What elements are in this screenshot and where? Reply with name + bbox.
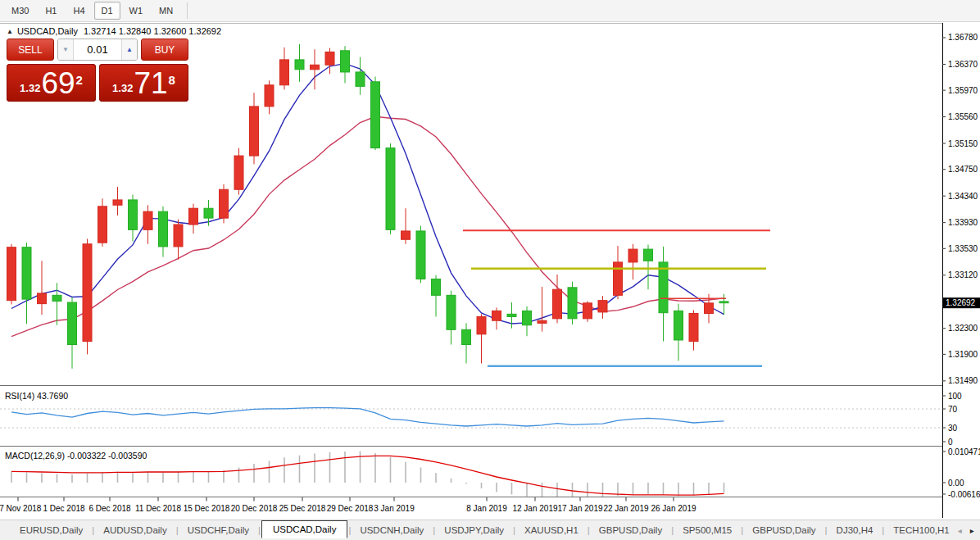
tab-gbpusd-daily[interactable]: GBPUSD,Daily	[591, 522, 670, 538]
candle-body	[174, 225, 183, 247]
macd-axis-label: 0.00	[948, 479, 964, 488]
candle-body	[659, 262, 668, 313]
date-axis-label: 3 Jan 2019	[374, 504, 415, 513]
candle-body	[22, 247, 31, 299]
price-axis-label: 1.33120	[948, 270, 978, 279]
price-axis-label: 1.35560	[948, 112, 978, 121]
timeframe-button-h1[interactable]: H1	[38, 2, 64, 20]
candle-body	[220, 189, 229, 218]
candle-body	[83, 244, 92, 342]
date-axis-label: 20 Dec 2018	[231, 504, 278, 513]
candle-body	[38, 293, 47, 304]
buy-button[interactable]: BUY	[141, 39, 188, 61]
candle-body	[68, 302, 77, 344]
candle-body	[250, 107, 259, 156]
volume-increase-icon[interactable]: ▲	[121, 39, 137, 60]
candle-body	[265, 85, 274, 107]
current-price-label: 1.32692	[946, 298, 976, 307]
tabs-scroll-right-icon[interactable]: ▸	[970, 526, 974, 535]
price-axis-label: 1.31900	[948, 350, 978, 359]
buy-price-big: 71	[134, 68, 167, 98]
price-axis-label: 1.32300	[948, 324, 978, 333]
candle-body	[325, 52, 334, 65]
candle-body	[52, 295, 61, 301]
candle-body	[204, 208, 213, 218]
candle-body	[234, 156, 243, 189]
rsi-value: 43.7690	[37, 391, 68, 401]
candle-body	[311, 65, 320, 70]
rsi-name: RSI(14)	[5, 391, 34, 401]
price-axis-label: 1.34750	[948, 165, 978, 174]
date-axis-label: 17 Jan 2019	[557, 504, 602, 513]
candle-body	[492, 311, 501, 320]
date-axis-label: 29 Dec 2018	[327, 504, 374, 513]
tab-usdjpy-daily[interactable]: USDJPY,Daily	[436, 522, 512, 538]
chart-ohlc-values: 1.32714 1.32840 1.32600 1.32692	[84, 26, 221, 36]
tab-usdchf-daily[interactable]: USDCHF,Daily	[179, 522, 257, 538]
candle-body	[553, 289, 562, 319]
candle-body	[689, 314, 698, 342]
candle-body	[129, 200, 138, 229]
price-axis-label: 1.35150	[948, 139, 978, 148]
volume-decrease-icon[interactable]: ▼	[58, 39, 74, 60]
tab-sp500-m15[interactable]: SP500,M15	[674, 522, 740, 538]
date-axis-label: 27 Nov 2018	[0, 504, 42, 513]
macd-name: MACD(12,26,9)	[5, 451, 65, 461]
candle-body	[280, 60, 289, 85]
candle-body	[7, 247, 16, 301]
date-axis-label: 26 Jan 2019	[651, 504, 696, 513]
timeframe-button-m30[interactable]: M30	[4, 2, 36, 20]
candle-body	[477, 316, 486, 334]
symbol-tab-bar: EURUSD,Daily|AUDUSD,Daily|USDCHF,Daily|U…	[0, 520, 980, 540]
candle-body	[416, 231, 425, 279]
date-axis-label: 11 Dec 2018	[135, 504, 181, 513]
sell-price-box[interactable]: 1.32 69 2	[7, 64, 96, 102]
candle-body	[113, 200, 122, 205]
tab-usdcad-daily[interactable]: USDCAD,Daily	[261, 520, 347, 538]
candle-body	[644, 249, 653, 261]
candle-body	[674, 311, 683, 340]
buy-price-box[interactable]: 1.32 71 8	[99, 64, 188, 102]
price-axis-label: 1.35970	[948, 86, 978, 95]
macd-axis-label: 0.010471	[948, 447, 980, 456]
candle-body	[371, 82, 380, 148]
volume-value[interactable]: 0.01	[74, 39, 121, 60]
candle-body	[143, 211, 152, 229]
candle-body	[568, 288, 577, 319]
price-axis-label: 1.33930	[948, 218, 978, 227]
candle-body	[719, 302, 728, 303]
date-axis-label: 6 Dec 2018	[88, 504, 131, 513]
timeframe-button-w1[interactable]: W1	[122, 2, 151, 20]
volume-stepper[interactable]: ▼ 0.01 ▲	[57, 39, 138, 61]
tab-gbpusd-daily[interactable]: GBPUSD,Daily	[744, 522, 823, 538]
chart-title: ▲USDCAD,Daily1.32714 1.32840 1.32600 1.3…	[7, 26, 221, 36]
chart-symbol-label: USDCAD,Daily	[17, 26, 78, 36]
rsi-axis-label: 30	[948, 424, 958, 433]
buy-price-sup: 8	[169, 73, 175, 87]
candle-body	[402, 231, 411, 239]
tab-usdcnh-daily[interactable]: USDCNH,Daily	[352, 522, 432, 538]
tab-xauusd-h1[interactable]: XAUUSD,H1	[516, 522, 587, 538]
candle-body	[628, 249, 637, 262]
tab-audusd-daily[interactable]: AUDUSD,Daily	[95, 522, 175, 538]
tabs-scroll-left-icon[interactable]: ◂	[958, 526, 962, 535]
timeframe-button-mn[interactable]: MN	[152, 2, 180, 20]
tab-eurusd-daily[interactable]: EURUSD,Daily	[11, 522, 91, 538]
date-axis-label: 8 Jan 2019	[466, 504, 507, 513]
candle-body	[295, 60, 304, 70]
date-axis-label: 12 Jan 2019	[512, 504, 557, 513]
timeframe-toolbar: M30H1H4D1W1MN	[0, 0, 980, 22]
candle-body	[356, 72, 365, 86]
tab-dj30-h4[interactable]: DJ30,H4	[828, 522, 882, 538]
price-axis-label: 1.34340	[948, 192, 978, 201]
buy-price-prefix: 1.32	[112, 82, 133, 94]
date-axis-label: 25 Dec 2018	[279, 504, 326, 513]
tab-tech100-h1[interactable]: TECH100,H1	[885, 522, 957, 538]
timeframe-button-d1[interactable]: D1	[94, 2, 120, 20]
candle-body	[583, 303, 592, 319]
collapse-panel-icon[interactable]: ▲	[7, 28, 13, 35]
timeframe-button-h4[interactable]: H4	[66, 2, 92, 20]
price-axis-label: 1.33530	[948, 244, 978, 253]
price-axis-label: 1.36370	[948, 60, 978, 69]
sell-button[interactable]: SELL	[7, 39, 54, 61]
